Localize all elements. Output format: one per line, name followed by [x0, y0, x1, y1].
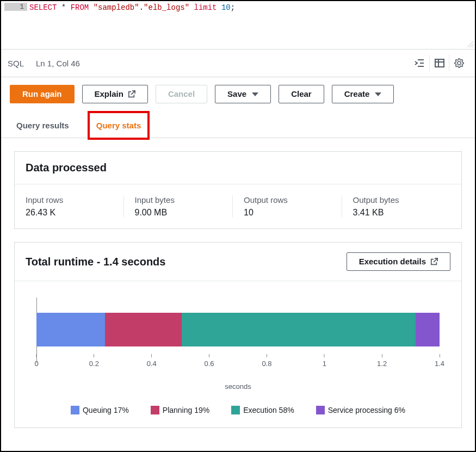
chart-segment-service-processing [416, 313, 440, 346]
sql-editor[interactable]: 1 SELECT * FROM "sampledb"."elb_logs" li… [1, 1, 475, 49]
editor-code[interactable]: SELECT * FROM "sampledb"."elb_logs" limi… [27, 1, 475, 14]
stat-output-bytes: Output bytes 3.41 KB [342, 195, 451, 218]
caret-down-icon [252, 92, 258, 96]
cancel-button: Cancel [156, 85, 207, 103]
chart-tick: 0.2 [89, 354, 99, 368]
chart-segment-planning [105, 313, 182, 346]
kw-limit: limit [194, 3, 217, 12]
data-processed-title: Data processed [26, 162, 107, 174]
save-button[interactable]: Save [215, 85, 271, 103]
clear-button[interactable]: Clear [279, 85, 324, 103]
chart-tick: 0.4 [147, 354, 157, 368]
code-semicolon: ; [231, 3, 235, 12]
external-link-icon [128, 90, 135, 98]
stat-input-bytes: Input bytes 9.00 MB [123, 195, 233, 218]
chart-tick: 0 [34, 354, 38, 368]
legend-item-queuing: Queuing 17% [71, 406, 129, 414]
cursor-position: Ln 1, Col 46 [36, 59, 80, 68]
result-tabs: Query results Query stats [1, 113, 475, 138]
chart-tick-label: 0.2 [89, 360, 99, 368]
save-label: Save [227, 89, 246, 100]
code-space [89, 3, 93, 12]
chart-tick-label: 0 [34, 360, 38, 368]
explain-button[interactable]: Explain [82, 85, 148, 103]
editor-statusbar: SQL Ln 1, Col 46 [1, 49, 475, 77]
chart-tick: 0.8 [262, 354, 271, 368]
legend-swatch [316, 406, 325, 414]
format-query-button[interactable] [410, 55, 429, 71]
chart-bar-track [36, 313, 440, 346]
legend-item-planning: Planning 19% [151, 406, 209, 414]
svg-line-2 [472, 46, 473, 47]
legend-swatch [151, 406, 159, 414]
line-number: 1 [4, 3, 27, 11]
kw-from: FROM [71, 3, 89, 12]
legend-label: Execution 58% [243, 406, 294, 414]
stat-input-rows: Input rows 26.43 K [26, 195, 123, 218]
data-processed-header: Data processed [15, 152, 461, 184]
editor-language: SQL [8, 59, 24, 68]
code-dot: . [139, 3, 144, 12]
chart-tick: 1.2 [377, 354, 387, 368]
stat-label: Output rows [244, 195, 331, 205]
external-link-icon [430, 258, 438, 265]
stat-value: 10 [244, 208, 331, 218]
stat-value: 26.43 K [26, 208, 113, 218]
legend-swatch [231, 406, 240, 414]
editor-gutter: 1 [1, 1, 27, 11]
tab-query-stats[interactable]: Query stats [88, 111, 150, 140]
code-string: "elb_logs" [144, 3, 189, 12]
chart-tick-label: 1 [323, 360, 326, 368]
legend-label: Queuing 17% [83, 406, 129, 414]
execution-details-label: Execution details [359, 256, 426, 267]
legend-label: Service processing 6% [328, 406, 405, 414]
kw-select: SELECT [29, 3, 57, 12]
table-icon [435, 59, 444, 67]
table-view-button[interactable] [429, 55, 449, 71]
caret-down-icon [375, 92, 381, 96]
code-star: * [57, 3, 70, 12]
resize-handle-icon[interactable] [466, 40, 474, 48]
code-string: "sampledb" [94, 3, 139, 12]
settings-button[interactable] [449, 55, 468, 71]
chart-tick-label: 1.2 [377, 360, 387, 368]
explain-label: Explain [95, 89, 123, 100]
gear-icon [454, 58, 464, 68]
stat-output-rows: Output rows 10 [232, 195, 342, 218]
stat-label: Input rows [26, 195, 113, 205]
code-number: 10 [221, 3, 231, 12]
stat-value: 9.00 MB [135, 208, 222, 218]
code-space [217, 3, 221, 12]
query-toolbar: Run again Explain Cancel Save Clear Crea… [1, 77, 475, 113]
chart-tick-label: 0.8 [262, 360, 271, 368]
code-space [189, 3, 194, 12]
chart-tick: 1.4 [435, 354, 444, 368]
execution-details-button[interactable]: Execution details [347, 252, 450, 271]
legend-item-execution: Execution 58% [231, 406, 294, 414]
data-processed-stats: Input rows 26.43 K Input bytes 9.00 MB O… [15, 184, 461, 228]
legend-swatch [71, 406, 79, 414]
chart-tick-label: 1.4 [435, 360, 444, 368]
data-processed-card: Data processed Input rows 26.43 K Input … [14, 151, 462, 229]
runtime-title: Total runtime - 1.4 seconds [26, 256, 165, 268]
legend-label: Planning 19% [163, 406, 209, 414]
svg-rect-6 [435, 59, 444, 67]
svg-line-0 [467, 41, 473, 47]
stat-value: 3.41 KB [353, 208, 440, 218]
chart-legend: Queuing 17%Planning 19%Execution 58%Serv… [31, 406, 445, 414]
runtime-card: Total runtime - 1.4 seconds Execution de… [14, 242, 462, 428]
chart-segment-execution [182, 313, 416, 346]
chart-tick-label: 0.6 [205, 360, 214, 368]
chart-x-label: seconds [31, 382, 445, 391]
chart-segment-queuing [36, 313, 105, 346]
create-button[interactable]: Create [332, 85, 394, 103]
create-label: Create [344, 89, 370, 100]
chart-tick: 0.6 [205, 354, 214, 368]
chart-tick: 1 [323, 354, 326, 368]
tab-query-results[interactable]: Query results [10, 113, 76, 138]
indent-icon [415, 59, 424, 67]
run-again-button[interactable]: Run again [10, 85, 75, 103]
runtime-chart: 00.20.40.60.811.21.4 seconds Queuing 17%… [15, 281, 461, 428]
runtime-header: Total runtime - 1.4 seconds Execution de… [15, 243, 461, 281]
stat-label: Output bytes [353, 195, 440, 205]
